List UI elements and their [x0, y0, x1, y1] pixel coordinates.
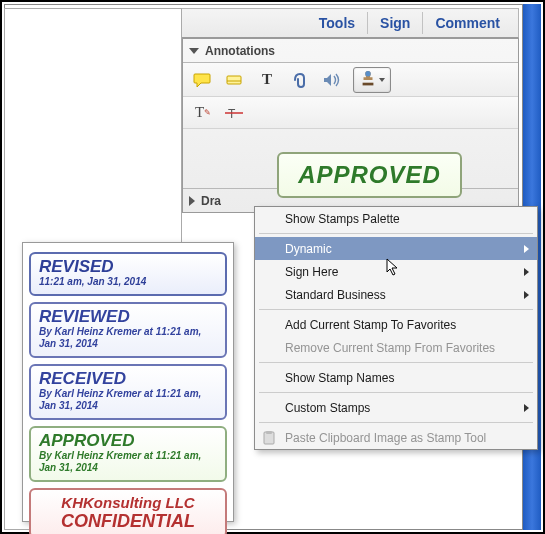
menu-separator: [259, 233, 533, 234]
menu-sign-here[interactable]: Sign Here: [255, 260, 537, 283]
menu-show-stamps-palette[interactable]: Show Stamps Palette: [255, 207, 537, 230]
chevron-down-icon: [189, 48, 199, 54]
stamp-tool-button[interactable]: [353, 67, 391, 93]
annotations-label: Annotations: [205, 44, 275, 58]
drawing-label: Dra: [201, 194, 221, 208]
highlight-icon[interactable]: [225, 70, 245, 90]
sticky-note-icon[interactable]: [193, 70, 213, 90]
stamp-received[interactable]: RECEIVED By Karl Heinz Kremer at 11:21 a…: [29, 364, 227, 420]
stamp-line2: CONFIDENTIAL: [35, 511, 221, 532]
submenu-arrow-icon: [524, 268, 529, 276]
svg-rect-0: [227, 76, 241, 84]
menu-show-stamp-names[interactable]: Show Stamp Names: [255, 366, 537, 389]
stamp-title: APPROVED: [39, 432, 217, 450]
screenshot-frame: Tools Sign Comment Annotations T: [0, 0, 545, 534]
menu-paste-clipboard: Paste Clipboard Image as Stamp Tool: [255, 426, 537, 449]
stamp-subtitle: By Karl Heinz Kremer at 11:21 am, Jan 31…: [39, 450, 217, 474]
stamp-revised[interactable]: REVISED 11:21 am, Jan 31, 2014: [29, 252, 227, 296]
menu-custom-stamps[interactable]: Custom Stamps: [255, 396, 537, 419]
submenu-arrow-icon: [524, 245, 529, 253]
stamp-dropdown-menu: Show Stamps Palette Dynamic Sign Here St…: [254, 206, 538, 450]
stamp-subtitle: 11:21 am, Jan 31, 2014: [39, 276, 217, 288]
annotation-tools-row-1: T: [183, 63, 518, 97]
text-tool-icon[interactable]: T: [257, 70, 277, 90]
stamp-subtitle: By Karl Heinz Kremer at 11:21 am, Jan 31…: [39, 388, 217, 412]
menu-separator: [259, 422, 533, 423]
menu-separator: [259, 392, 533, 393]
dynamic-stamps-submenu: REVISED 11:21 am, Jan 31, 2014 REVIEWED …: [22, 242, 234, 522]
stamp-confidential[interactable]: KHKonsulting LLC CONFIDENTIAL: [29, 488, 227, 534]
stamp-approved[interactable]: APPROVED By Karl Heinz Kremer at 11:21 a…: [29, 426, 227, 482]
tab-tools[interactable]: Tools: [309, 11, 365, 35]
approved-text: APPROVED: [298, 161, 441, 189]
tab-separator: [422, 12, 423, 34]
stamp-title: REVISED: [39, 258, 217, 276]
svg-point-1: [365, 71, 370, 76]
menu-separator: [259, 309, 533, 310]
text-edit-icon[interactable]: T✎: [193, 103, 213, 123]
right-pane-tabs: Tools Sign Comment: [182, 8, 519, 38]
menu-dynamic[interactable]: Dynamic: [255, 237, 537, 260]
attachment-icon[interactable]: [289, 70, 309, 90]
stamp-preview-approved: APPROVED: [277, 152, 462, 198]
tab-separator: [367, 12, 368, 34]
menu-add-favorite[interactable]: Add Current Stamp To Favorites: [255, 313, 537, 336]
audio-icon[interactable]: [321, 70, 341, 90]
tab-sign[interactable]: Sign: [370, 11, 420, 35]
stamp-title: REVIEWED: [39, 308, 217, 326]
svg-rect-6: [266, 431, 272, 434]
stamp-subtitle: By Karl Heinz Kremer at 11:21 am, Jan 31…: [39, 326, 217, 350]
chevron-down-icon: [379, 78, 385, 82]
svg-text:T: T: [228, 107, 236, 121]
menu-separator: [259, 362, 533, 363]
annotations-header[interactable]: Annotations: [183, 39, 518, 63]
stamp-title: RECEIVED: [39, 370, 217, 388]
svg-rect-2: [363, 82, 374, 85]
strikethrough-icon[interactable]: T: [225, 103, 245, 123]
stamp-line1: KHKonsulting LLC: [35, 494, 221, 511]
chevron-right-icon: [189, 196, 195, 206]
menu-remove-favorite: Remove Current Stamp From Favorites: [255, 336, 537, 359]
submenu-arrow-icon: [524, 291, 529, 299]
annotation-tools-row-2: T✎ T: [183, 97, 518, 129]
menu-standard-business[interactable]: Standard Business: [255, 283, 537, 306]
submenu-arrow-icon: [524, 404, 529, 412]
stamp-reviewed[interactable]: REVIEWED By Karl Heinz Kremer at 11:21 a…: [29, 302, 227, 358]
clipboard-icon: [261, 430, 277, 446]
tab-comment[interactable]: Comment: [425, 11, 510, 35]
